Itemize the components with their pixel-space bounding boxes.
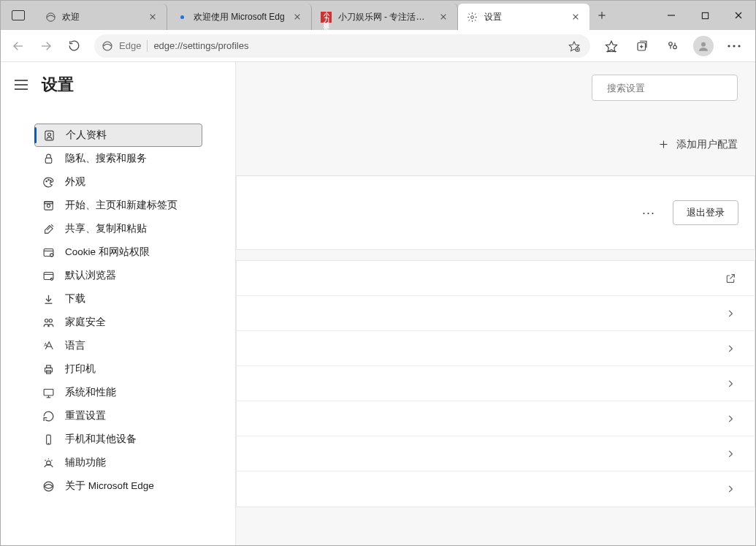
svg-rect-46 [44, 201, 52, 203]
forward-button[interactable] [33, 33, 59, 59]
svg-rect-44 [44, 201, 52, 209]
sidebar-item[interactable]: 家庭安全 [34, 311, 202, 334]
sidebar-item[interactable]: A语言 [34, 334, 202, 357]
sidebar-item-icon [42, 316, 55, 329]
profile-header-row: 添加用户配置 [236, 113, 755, 175]
collections-button[interactable] [628, 33, 656, 59]
menu-button[interactable] [720, 33, 748, 59]
svg-rect-60 [46, 365, 50, 368]
sidebar-item-label: 辅助功能 [65, 456, 106, 469]
svg-point-55 [45, 319, 47, 322]
maximize-button[interactable] [688, 1, 722, 30]
settings-main: 添加用户配置 ··· 退出登录 [236, 62, 755, 545]
sidebar-item[interactable]: Cookie 和网站权限 [34, 240, 202, 264]
external-link-icon [722, 270, 738, 287]
content-area: 设置 个人资料隐私、搜索和服务外观开始、主页和新建标签页共享、复制和粘贴Cook… [1, 62, 755, 545]
tab-favicon [467, 11, 478, 23]
tab-favicon [45, 11, 56, 23]
sidebar-item[interactable]: 隐私、搜索和服务 [34, 147, 202, 170]
sidebar-item-label: Cookie 和网站权限 [65, 246, 150, 259]
svg-point-45 [47, 204, 50, 207]
tab-close-button[interactable] [146, 10, 159, 23]
settings-sidebar: 设置 个人资料隐私、搜索和服务外观开始、主页和新建标签页共享、复制和粘贴Cook… [1, 62, 236, 545]
plus-icon [658, 139, 669, 150]
settings-list-row[interactable] [237, 296, 755, 331]
sidebar-item[interactable]: 下载 [34, 287, 202, 311]
profile-card: ··· 退出登录 [236, 175, 755, 250]
chevron-right-icon [722, 481, 738, 497]
sidebar-item[interactable]: 个人资料 [34, 124, 202, 147]
sidebar-item-icon [42, 175, 55, 189]
svg-point-31 [701, 42, 706, 46]
settings-list-row[interactable] [237, 366, 755, 401]
settings-list-row[interactable] [237, 471, 755, 507]
tab-close-button[interactable] [291, 10, 304, 23]
add-profile-button[interactable]: 添加用户配置 [658, 138, 738, 151]
sidebar-item-icon [42, 433, 55, 446]
sidebar-item-label: 隐私、搜索和服务 [65, 152, 147, 165]
tab-close-button[interactable] [437, 10, 450, 23]
favorite-button[interactable] [565, 37, 583, 55]
tab-close-button[interactable] [569, 10, 582, 23]
settings-search[interactable] [592, 75, 738, 101]
settings-search-input[interactable] [607, 83, 730, 94]
svg-point-0 [46, 12, 54, 20]
sidebar-item[interactable]: 共享、复制和粘贴 [34, 217, 202, 240]
sidebar-item-label: 共享、复制和粘贴 [65, 222, 147, 235]
sidebar-item[interactable]: 重置设置 [34, 404, 202, 428]
favorites-button[interactable] [597, 33, 625, 59]
close-window-button[interactable] [722, 1, 755, 30]
profile-button[interactable] [690, 33, 717, 59]
window-controls [654, 1, 755, 30]
settings-list-row[interactable] [237, 401, 755, 436]
extensions-button[interactable] [659, 33, 687, 59]
sidebar-item-icon [42, 222, 55, 235]
svg-point-43 [50, 180, 50, 181]
profile-more-button[interactable]: ··· [636, 200, 661, 225]
sidebar-item-icon: A [42, 339, 55, 352]
settings-list-row[interactable] [237, 436, 755, 471]
minimize-button[interactable] [654, 1, 688, 30]
browser-tab[interactable]: 设置 [458, 4, 589, 30]
back-button[interactable] [5, 33, 31, 59]
sidebar-item-label: 重置设置 [65, 409, 106, 422]
svg-point-56 [49, 319, 52, 322]
sidebar-item-icon [42, 292, 55, 306]
sidebar-item-icon [42, 409, 55, 422]
sidebar-toggle-button[interactable] [11, 75, 31, 95]
tab-title: 欢迎使用 Microsoft Edg [194, 11, 285, 23]
sidebar-item[interactable]: 辅助功能 [34, 451, 202, 474]
refresh-button[interactable] [61, 33, 87, 59]
svg-point-41 [45, 181, 46, 181]
sidebar-item[interactable]: 外观 [34, 170, 202, 194]
svg-point-19 [103, 42, 112, 50]
browser-tab[interactable]: 小刀娱乐小刀娱乐网 - 专注活动… [312, 4, 458, 30]
sidebar-item[interactable]: 手机和其他设备 [34, 428, 202, 451]
sidebar-item[interactable]: 默认浏览器 [34, 264, 202, 287]
settings-list-row[interactable] [237, 331, 755, 366]
sidebar-item[interactable]: 关于 Microsoft Edge [34, 474, 202, 498]
sidebar-item[interactable]: 开始、主页和新建标签页 [34, 194, 202, 217]
svg-rect-38 [45, 131, 53, 140]
tab-overview-icon [12, 10, 25, 20]
window-titlebar: 欢迎欢迎使用 Microsoft Edg小刀娱乐小刀娱乐网 - 专注活动…设置 [1, 1, 755, 30]
new-tab-button[interactable] [589, 1, 614, 30]
svg-point-8 [471, 15, 474, 18]
sidebar-item-icon [42, 269, 55, 282]
tab-overview-button[interactable] [1, 1, 36, 30]
sidebar-item-icon [42, 456, 55, 469]
browser-tab[interactable]: 欢迎 [36, 4, 167, 30]
tab-strip: 欢迎欢迎使用 Microsoft Edg小刀娱乐小刀娱乐网 - 专注活动…设置 [36, 1, 589, 30]
address-separator [147, 40, 148, 52]
sidebar-item[interactable]: 打印机 [34, 357, 202, 381]
logout-button[interactable]: 退出登录 [673, 200, 738, 225]
avatar-icon [693, 36, 714, 56]
address-bar[interactable]: Edge edge://settings/profiles [94, 34, 590, 58]
browser-tab[interactable]: 欢迎使用 Microsoft Edg [167, 4, 312, 30]
settings-list-row[interactable] [237, 261, 755, 296]
svg-point-32 [728, 45, 730, 47]
sidebar-item-label: 开始、主页和新建标签页 [65, 199, 177, 212]
sidebar-item[interactable]: 系统和性能 [34, 381, 202, 404]
sidebar-item-label: 家庭安全 [65, 316, 106, 329]
sidebar-item-icon [42, 152, 55, 165]
